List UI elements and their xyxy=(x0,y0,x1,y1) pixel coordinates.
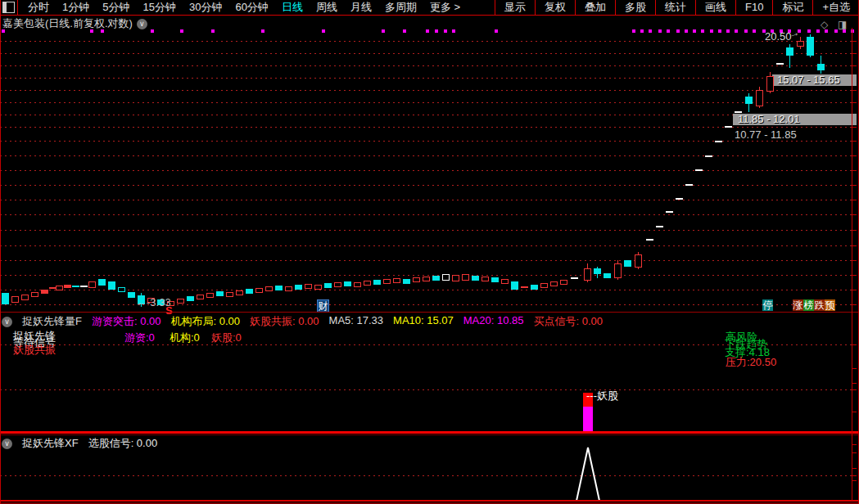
panel2-title: 捉妖先锋XF xyxy=(22,436,79,451)
toolbar-period-周线[interactable]: 周线 xyxy=(310,1,344,13)
window-left-border xyxy=(0,0,1,504)
chart-badge-涨[interactable]: 涨 xyxy=(793,299,803,311)
panel1-value: 妖股共振: 0.00 xyxy=(250,314,319,329)
toolbar-button-统计[interactable]: 统计 xyxy=(655,0,695,15)
main-chart[interactable] xyxy=(0,28,852,313)
toolbar-button-多股[interactable]: 多股 xyxy=(615,0,655,15)
toolbar-period-1分钟[interactable]: 1分钟 xyxy=(56,1,96,13)
panel2-signal-value: 选股信号: 0.00 xyxy=(88,436,158,451)
toolbar-period-多周期[interactable]: 多周期 xyxy=(378,1,423,13)
chevron-down-icon[interactable]: ∨ xyxy=(2,317,12,327)
panel1-value: MA20: 10.85 xyxy=(463,314,524,329)
panel1-value: 游资突击: 0.00 xyxy=(92,314,161,329)
toolbar-right-menu: 显示复权叠加多股统计画线F10标记+自选 xyxy=(495,0,859,15)
toolbar-period-更多 >[interactable]: 更多 > xyxy=(423,1,467,13)
panel1-value: 买点信号: 0.00 xyxy=(533,314,603,329)
chart-badge-财[interactable]: 财 xyxy=(317,299,329,313)
chart-badge-预[interactable]: 预 xyxy=(825,299,835,311)
toolbar: 分时1分钟5分钟15分钟30分钟60分钟日线周线月线多周期更多 > 显示复权叠加… xyxy=(0,0,859,16)
panel1-header-values: 捉妖先锋量F游资突击: 0.00机构布局: 0.00妖股共振: 0.00MA5:… xyxy=(22,314,603,329)
toolbar-button-复权[interactable]: 复权 xyxy=(535,0,575,15)
toolbar-divider xyxy=(17,0,18,15)
panel1-bottom-divider xyxy=(0,431,859,434)
chart-badge-停[interactable]: 停 xyxy=(762,299,773,311)
toolbar-button-画线[interactable]: 画线 xyxy=(695,0,735,15)
toolbar-period-日线[interactable]: 日线 xyxy=(275,1,310,13)
panel1-value: 机构布局: 0.00 xyxy=(170,314,240,329)
toolbar-button-叠加[interactable]: 叠加 xyxy=(575,0,615,15)
panel1-header: ∨ 捉妖先锋量F游资突击: 0.00机构布局: 0.00妖股共振: 0.00MA… xyxy=(2,314,603,329)
app-window: 分时1分钟5分钟15分钟30分钟60分钟日线周线月线多周期更多 > 显示复权叠加… xyxy=(0,0,859,504)
toolbar-period-5分钟[interactable]: 5分钟 xyxy=(96,1,136,13)
panel1-value: 捉妖先锋量F xyxy=(22,314,82,329)
chart-panel1-divider xyxy=(0,312,859,313)
toolbar-period-60分钟[interactable]: 60分钟 xyxy=(228,1,274,13)
period-menu: 分时1分钟5分钟15分钟30分钟60分钟日线周线月线多周期更多 > xyxy=(21,0,467,15)
toolbar-button-F10[interactable]: F10 xyxy=(735,0,772,15)
toolbar-button-+自选[interactable]: +自选 xyxy=(812,0,859,15)
panel1-value: MA5: 17.33 xyxy=(329,314,384,329)
panel1-value: MA10: 15.07 xyxy=(393,314,454,329)
toolbar-period-月线[interactable]: 月线 xyxy=(344,1,378,13)
toolbar-button-标记[interactable]: 标记 xyxy=(772,0,812,15)
chevron-down-icon[interactable]: ∨ xyxy=(2,439,12,449)
chart-badge-榜[interactable]: 榜 xyxy=(803,299,814,311)
panel2-header: ∨ 捉妖先锋XF 选股信号: 0.00 xyxy=(2,436,157,451)
toolbar-button-显示[interactable]: 显示 xyxy=(495,0,535,15)
toolbar-period-分时[interactable]: 分时 xyxy=(21,1,56,13)
chart-badge-跌[interactable]: 跌 xyxy=(814,299,825,311)
indicator-panel-1[interactable] xyxy=(0,313,852,431)
layout-icon[interactable] xyxy=(2,2,15,13)
toolbar-period-15分钟[interactable]: 15分钟 xyxy=(136,1,182,13)
panel2-baseline xyxy=(0,500,859,502)
price-axis-line xyxy=(852,28,852,501)
panel1-bottom-divider-2 xyxy=(0,434,859,435)
toolbar-period-30分钟[interactable]: 30分钟 xyxy=(183,1,228,13)
